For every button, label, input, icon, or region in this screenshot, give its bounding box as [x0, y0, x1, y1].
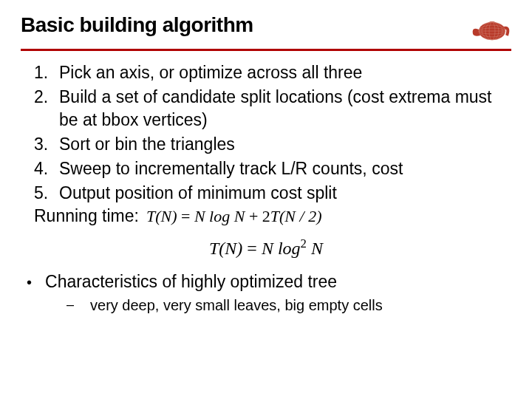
bullet-text: Characteristics of highly optimized tree [45, 272, 337, 292]
page-title: Basic building algorithm [21, 13, 253, 37]
f1-b: T(N / 2) [270, 207, 322, 225]
running-time-label: Running time: [34, 206, 139, 226]
step-item: Sort or bin the triangles [34, 133, 511, 156]
bullet-marker-icon: • [27, 272, 32, 293]
teapot-logo-icon [467, 13, 511, 44]
slide: Basic building algorithm Pick an axis, o… [0, 0, 532, 399]
sub-bullet-row: – very deep, very small leaves, big empt… [66, 297, 511, 314]
sub-bullet-text: very deep, very small leaves, big empty … [90, 297, 383, 314]
f2-exp: 2 [301, 236, 307, 250]
header-row: Basic building algorithm [21, 13, 511, 49]
formula-1: T(N) = N log N + 2T(N / 2) [146, 207, 322, 226]
f1-lhs: T(N) [146, 207, 177, 225]
dash-marker-icon: – [66, 297, 74, 313]
running-time-row: Running time: T(N) = N log N + 2T(N / 2) [34, 206, 511, 226]
step-item: Sweep to incrementally track L/R counts,… [34, 157, 511, 180]
formula-2-row: T(N) = N log2 N [21, 236, 511, 259]
bullet-row: • Characteristics of highly optimized tr… [27, 272, 511, 293]
f1-plus: + 2 [245, 207, 270, 225]
f2-tail: N [307, 239, 323, 258]
f2-lhs: T(N) [209, 239, 242, 258]
step-item: Pick an axis, or optimize across all thr… [34, 61, 511, 84]
f1-a: N log N [194, 207, 245, 225]
title-divider [21, 49, 511, 51]
formula-2: T(N) = N log2 N [209, 239, 323, 258]
step-item: Build a set of candidate split locations… [34, 86, 511, 132]
f2-rhs: N log [262, 239, 301, 258]
step-item: Output position of minimum cost split [34, 182, 511, 205]
algorithm-steps: Pick an axis, or optimize across all thr… [34, 61, 511, 205]
